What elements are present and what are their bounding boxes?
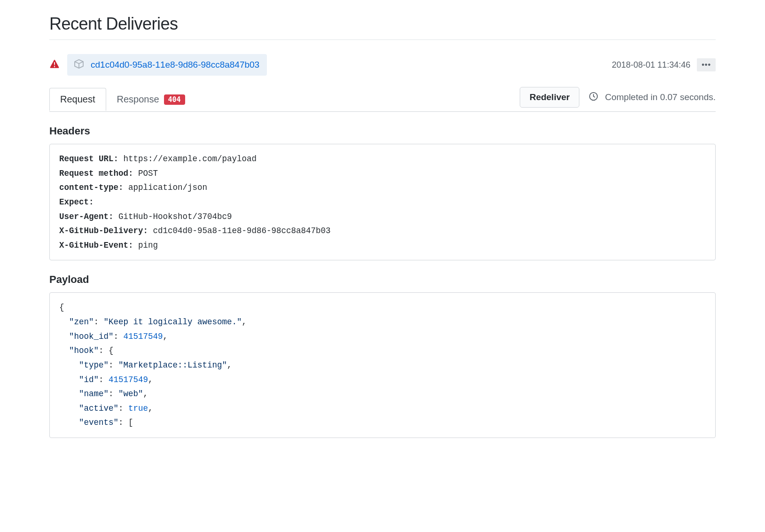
header-key: Request URL: xyxy=(59,154,118,164)
json-token-pad xyxy=(59,332,69,341)
json-token-pad xyxy=(59,418,79,427)
json-token-key: "active" xyxy=(79,404,118,413)
json-token-str: "Keep it logically awesome." xyxy=(104,317,242,327)
json-token-punc: , xyxy=(163,332,168,341)
json-token-punc: , xyxy=(227,360,232,370)
headers-section-title: Headers xyxy=(49,125,716,137)
header-value: GitHub-Hookshot/3704bc9 xyxy=(114,212,232,221)
payload-line: "hook": { xyxy=(59,344,706,358)
header-key: X-GitHub-Event: xyxy=(59,241,133,250)
header-value: cd1c04d0-95a8-11e8-9d86-98cc8a847b03 xyxy=(148,226,331,235)
completed-text: Completed in 0.07 seconds. xyxy=(605,92,716,102)
payload-line: "zen": "Keep it logically awesome.", xyxy=(59,315,706,329)
json-token-num: 41517549 xyxy=(124,332,163,341)
json-token-punc: , xyxy=(148,404,153,413)
response-status-badge: 404 xyxy=(164,94,185,105)
payload-code-box: { "zen": "Keep it logically awesome.", "… xyxy=(49,292,716,438)
json-token-punc: , xyxy=(242,317,247,327)
json-token-key: "zen" xyxy=(69,317,94,327)
header-line: Request method: POST xyxy=(59,166,706,181)
json-token-key: "id" xyxy=(79,375,99,384)
json-token-key: "type" xyxy=(79,360,109,370)
json-token-punc: , xyxy=(148,375,153,384)
json-token-punc: : { xyxy=(99,346,114,355)
delivery-pill[interactable]: cd1c04d0-95a8-11e8-9d86-98cc8a847b03 xyxy=(67,54,267,76)
header-key: User-Agent: xyxy=(59,212,114,221)
payload-line: "active": true, xyxy=(59,401,706,416)
json-token-key: "hook" xyxy=(69,346,99,355)
json-token-key: "hook_id" xyxy=(69,332,114,341)
alert-triangle-icon xyxy=(49,59,60,70)
tab-request-label: Request xyxy=(60,94,95,105)
completed-indicator: Completed in 0.07 seconds. xyxy=(589,92,716,103)
header-line: User-Agent: GitHub-Hookshot/3704bc9 xyxy=(59,210,706,224)
payload-line: "hook_id": 41517549, xyxy=(59,329,706,344)
page-title: Recent Deliveries xyxy=(49,14,716,40)
json-token-key: "name" xyxy=(79,389,109,399)
json-token-punc: , xyxy=(143,389,148,399)
json-token-punc: : xyxy=(109,389,118,399)
header-line: X-GitHub-Delivery: cd1c04d0-95a8-11e8-9d… xyxy=(59,224,706,238)
header-key: Request method: xyxy=(59,169,133,178)
json-token-num: 41517549 xyxy=(109,375,148,384)
json-token-pad xyxy=(59,346,69,355)
tab-response-label: Response xyxy=(117,94,159,105)
header-line: X-GitHub-Event: ping xyxy=(59,238,706,253)
json-token-punc: : xyxy=(118,404,128,413)
json-token-pad xyxy=(59,317,69,327)
delivery-summary-row: cd1c04d0-95a8-11e8-9d86-98cc8a847b03 201… xyxy=(49,47,716,87)
json-token-key: "events" xyxy=(79,418,118,427)
header-line: Expect: xyxy=(59,195,706,210)
json-token-punc: : [ xyxy=(118,418,133,427)
delivery-uuid: cd1c04d0-95a8-11e8-9d86-98cc8a847b03 xyxy=(91,60,259,70)
more-actions-button[interactable]: ••• xyxy=(697,58,716,71)
json-token-str: "Marketplace::Listing" xyxy=(118,360,227,370)
headers-code-box: Request URL: https://example.com/payload… xyxy=(49,144,716,260)
header-key: X-GitHub-Delivery: xyxy=(59,226,148,235)
json-token-punc: : xyxy=(99,375,109,384)
json-token-pad xyxy=(59,389,79,399)
tab-request[interactable]: Request xyxy=(49,88,106,111)
clock-icon xyxy=(589,92,598,103)
header-key: Expect: xyxy=(59,197,94,207)
payload-line: "id": 41517549, xyxy=(59,373,706,387)
payload-section-title: Payload xyxy=(49,274,716,286)
header-value: https://example.com/payload xyxy=(118,154,257,164)
tab-bar: Request Response 404 Redeliver Completed… xyxy=(49,87,716,112)
json-token-pad xyxy=(59,404,79,413)
json-token-pad xyxy=(59,360,79,370)
payload-line: "type": "Marketplace::Listing", xyxy=(59,358,706,373)
header-line: Request URL: https://example.com/payload xyxy=(59,152,706,166)
header-line: content-type: application/json xyxy=(59,180,706,195)
payload-line: "events": [ xyxy=(59,415,706,430)
payload-line: { xyxy=(59,300,706,315)
json-token-punc: : xyxy=(109,360,118,370)
json-token-pad xyxy=(59,375,79,384)
redeliver-button[interactable]: Redeliver xyxy=(520,87,580,108)
json-token-bool: true xyxy=(128,404,148,413)
package-icon xyxy=(74,59,84,71)
header-key: content-type: xyxy=(59,183,124,192)
json-token-punc: : xyxy=(94,317,104,327)
json-token-str: "web" xyxy=(118,389,143,399)
json-token-punc: { xyxy=(59,303,64,312)
delivery-timestamp: 2018-08-01 11:34:46 xyxy=(612,60,690,70)
tab-response[interactable]: Response 404 xyxy=(106,88,196,110)
header-value: application/json xyxy=(124,183,208,192)
header-value: ping xyxy=(133,241,158,250)
payload-line: "name": "web", xyxy=(59,387,706,401)
json-token-punc: : xyxy=(114,332,124,341)
header-value: POST xyxy=(133,169,158,178)
